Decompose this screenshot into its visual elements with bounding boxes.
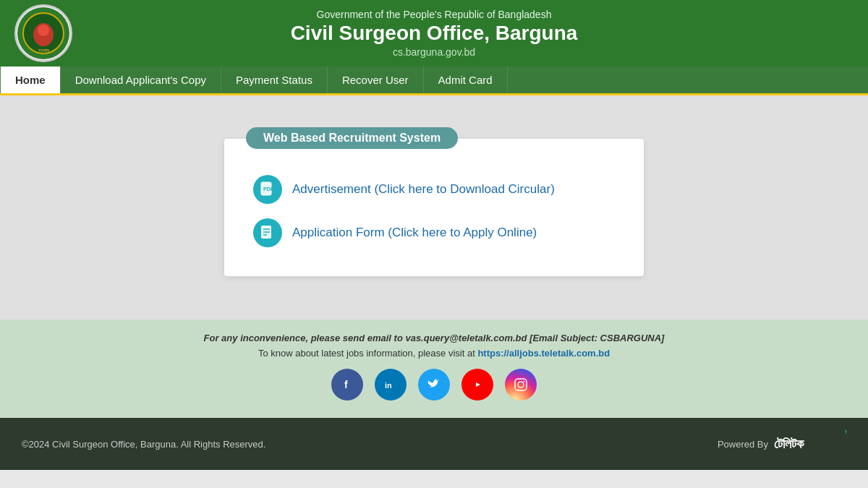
advertisement-link-item[interactable]: PDF Advertisement (Click here to Downloa… [253, 175, 615, 204]
linkedin-icon[interactable]: in [375, 369, 407, 401]
logo-container: সরকার [14, 4, 72, 62]
svg-rect-17 [515, 379, 527, 390]
footer-email-text: For any inconvenience, please send email… [14, 333, 854, 343]
nav-download[interactable]: Download Applicant's Copy [61, 67, 221, 93]
svg-point-19 [524, 381, 525, 382]
footer-jobs-prefix: To know about latest jobs information, p… [258, 348, 478, 359]
teletalk-svg: টেলিটক [774, 429, 846, 458]
navbar: Home Download Applicant's Copy Payment S… [0, 67, 868, 95]
svg-text:টেলিটক: টেলিটক [774, 437, 804, 451]
logo-circle: সরকার [14, 4, 72, 62]
powered-by-label: Powered By [718, 439, 768, 450]
card-links: PDF Advertisement (Click here to Downloa… [253, 175, 615, 247]
facebook-icon[interactable]: f [331, 369, 363, 401]
teletalk-logo: টেলিটক [774, 429, 846, 458]
nav-recover[interactable]: Recover User [328, 67, 424, 93]
social-icons-row: f in [14, 369, 854, 411]
powered-by-section: Powered By টেলিটক [718, 429, 846, 458]
nav-admit[interactable]: Admit Card [424, 67, 508, 93]
footer-bottom: ©2024 Civil Surgeon Office, Barguna. All… [0, 418, 868, 470]
svg-point-18 [518, 382, 524, 388]
footer-jobs-text: To know about latest jobs information, p… [14, 348, 854, 359]
header-title: Civil Surgeon Office, Barguna [291, 22, 578, 45]
header-subtitle: Government of the People's Republic of B… [291, 9, 578, 20]
youtube-icon[interactable] [461, 369, 493, 401]
form-icon [253, 218, 282, 247]
svg-text:PDF: PDF [263, 187, 274, 192]
main-content: Web Based Recruitment System PDF Adverti… [0, 95, 868, 320]
bangladesh-emblem: সরকার [17, 7, 69, 59]
footer-jobs-link[interactable]: https://alljobs.teletalk.com.bd [477, 348, 610, 359]
footer-info: For any inconvenience, please send email… [0, 320, 868, 418]
application-link-item[interactable]: Application Form (Click here to Apply On… [253, 218, 615, 247]
twitter-icon[interactable] [418, 369, 450, 401]
nav-payment[interactable]: Payment Status [221, 67, 328, 93]
svg-text:in: in [385, 381, 392, 390]
application-link[interactable]: Application Form (Click here to Apply On… [292, 226, 537, 240]
svg-point-3 [38, 25, 49, 36]
card-title: Web Based Recruitment System [246, 127, 458, 149]
header-url: cs.barguna.gov.bd [291, 46, 578, 58]
instagram-icon[interactable] [505, 369, 537, 401]
page-header: সরকার Government of the People's Republi… [0, 0, 868, 67]
header-text: Government of the People's Republic of B… [291, 9, 578, 58]
svg-text:f: f [344, 379, 348, 390]
recruitment-card: Web Based Recruitment System PDF Adverti… [224, 139, 644, 276]
nav-home[interactable]: Home [0, 67, 61, 93]
pdf-icon: PDF [253, 175, 282, 204]
copyright-text: ©2024 Civil Surgeon Office, Barguna. All… [22, 439, 265, 450]
advertisement-link[interactable]: Advertisement (Click here to Download Ci… [292, 182, 555, 197]
